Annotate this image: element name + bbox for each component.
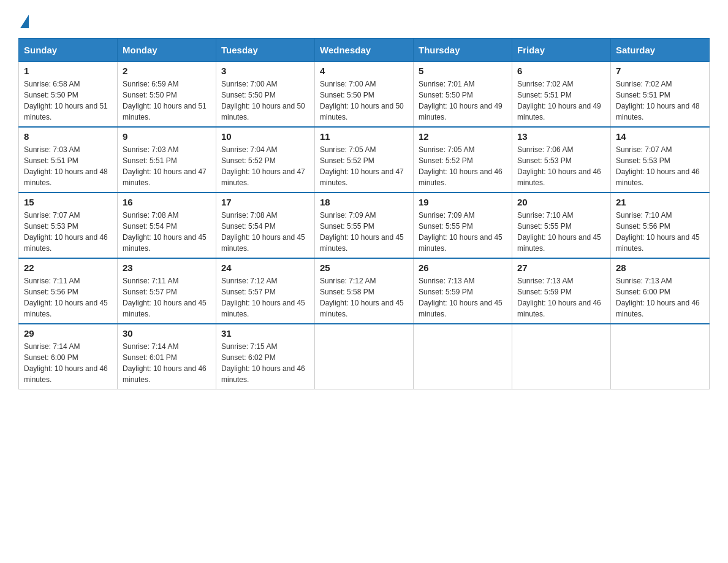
day-info: Sunrise: 7:09 AMSunset: 5:55 PMDaylight:… <box>320 210 408 254</box>
day-number: 5 <box>419 66 507 76</box>
calendar-cell: 16Sunrise: 7:08 AMSunset: 5:54 PMDayligh… <box>118 193 216 258</box>
day-number: 23 <box>123 262 211 273</box>
day-number: 28 <box>616 262 704 273</box>
day-info: Sunrise: 7:04 AMSunset: 5:52 PMDaylight:… <box>221 144 309 188</box>
day-info: Sunrise: 7:12 AMSunset: 5:57 PMDaylight:… <box>221 275 309 320</box>
weekday-header-sunday: Sunday <box>19 39 118 62</box>
day-info: Sunrise: 7:09 AMSunset: 5:55 PMDaylight:… <box>419 210 507 254</box>
calendar-cell: 2Sunrise: 6:59 AMSunset: 5:50 PMDaylight… <box>118 62 216 128</box>
day-number: 4 <box>320 66 408 76</box>
day-info: Sunrise: 7:15 AMSunset: 6:02 PMDaylight:… <box>221 341 309 385</box>
day-number: 15 <box>24 197 112 207</box>
weekday-header-thursday: Thursday <box>414 39 512 62</box>
day-number: 10 <box>221 131 309 142</box>
logo-triangle-icon <box>20 15 29 28</box>
calendar-cell: 9Sunrise: 7:03 AMSunset: 5:51 PMDaylight… <box>118 127 216 193</box>
day-info: Sunrise: 7:10 AMSunset: 5:56 PMDaylight:… <box>616 210 704 254</box>
calendar-cell: 8Sunrise: 7:03 AMSunset: 5:51 PMDaylight… <box>19 127 118 193</box>
calendar-cell: 1Sunrise: 6:58 AMSunset: 5:50 PMDaylight… <box>19 62 118 128</box>
day-number: 30 <box>123 328 211 339</box>
calendar-cell <box>315 324 414 389</box>
day-number: 12 <box>419 131 507 142</box>
day-info: Sunrise: 7:10 AMSunset: 5:55 PMDaylight:… <box>517 210 605 254</box>
day-number: 26 <box>419 262 507 273</box>
weekday-header-wednesday: Wednesday <box>315 39 414 62</box>
day-info: Sunrise: 7:13 AMSunset: 5:59 PMDaylight:… <box>419 275 507 320</box>
day-number: 27 <box>517 262 605 273</box>
day-number: 29 <box>24 328 112 339</box>
calendar-cell: 21Sunrise: 7:10 AMSunset: 5:56 PMDayligh… <box>611 193 710 258</box>
calendar-cell: 5Sunrise: 7:01 AMSunset: 5:50 PMDaylight… <box>414 62 512 128</box>
day-number: 11 <box>320 131 408 142</box>
day-info: Sunrise: 7:11 AMSunset: 5:57 PMDaylight:… <box>123 275 211 320</box>
day-info: Sunrise: 7:06 AMSunset: 5:53 PMDaylight:… <box>517 144 605 188</box>
day-info: Sunrise: 7:03 AMSunset: 5:51 PMDaylight:… <box>24 144 112 188</box>
weekday-header-monday: Monday <box>118 39 216 62</box>
page-header <box>18 12 710 26</box>
calendar-cell <box>611 324 710 389</box>
weekday-header-tuesday: Tuesday <box>216 39 315 62</box>
calendar-cell <box>414 324 512 389</box>
calendar-cell: 20Sunrise: 7:10 AMSunset: 5:55 PMDayligh… <box>512 193 611 258</box>
day-info: Sunrise: 7:05 AMSunset: 5:52 PMDaylight:… <box>419 144 507 188</box>
calendar-cell: 30Sunrise: 7:14 AMSunset: 6:01 PMDayligh… <box>118 324 216 389</box>
day-number: 9 <box>123 131 211 142</box>
day-number: 17 <box>221 197 309 207</box>
day-number: 2 <box>123 66 211 76</box>
day-info: Sunrise: 7:13 AMSunset: 6:00 PMDaylight:… <box>616 275 704 320</box>
calendar-cell: 11Sunrise: 7:05 AMSunset: 5:52 PMDayligh… <box>315 127 414 193</box>
day-info: Sunrise: 7:07 AMSunset: 5:53 PMDaylight:… <box>616 144 704 188</box>
day-info: Sunrise: 7:14 AMSunset: 6:00 PMDaylight:… <box>24 341 112 385</box>
day-info: Sunrise: 6:58 AMSunset: 5:50 PMDaylight:… <box>24 79 112 123</box>
calendar-week-row: 22Sunrise: 7:11 AMSunset: 5:56 PMDayligh… <box>19 258 710 324</box>
calendar-cell: 4Sunrise: 7:00 AMSunset: 5:50 PMDaylight… <box>315 62 414 128</box>
calendar-cell: 6Sunrise: 7:02 AMSunset: 5:51 PMDaylight… <box>512 62 611 128</box>
calendar-cell: 24Sunrise: 7:12 AMSunset: 5:57 PMDayligh… <box>216 258 315 324</box>
calendar-cell: 15Sunrise: 7:07 AMSunset: 5:53 PMDayligh… <box>19 193 118 258</box>
day-number: 19 <box>419 197 507 207</box>
day-number: 25 <box>320 262 408 273</box>
day-number: 22 <box>24 262 112 273</box>
calendar-table: SundayMondayTuesdayWednesdayThursdayFrid… <box>18 38 710 389</box>
day-info: Sunrise: 7:12 AMSunset: 5:58 PMDaylight:… <box>320 275 408 320</box>
day-number: 13 <box>517 131 605 142</box>
calendar-week-row: 8Sunrise: 7:03 AMSunset: 5:51 PMDaylight… <box>19 127 710 193</box>
day-info: Sunrise: 6:59 AMSunset: 5:50 PMDaylight:… <box>123 79 211 123</box>
calendar-cell: 25Sunrise: 7:12 AMSunset: 5:58 PMDayligh… <box>315 258 414 324</box>
weekday-header-friday: Friday <box>512 39 611 62</box>
calendar-cell: 3Sunrise: 7:00 AMSunset: 5:50 PMDaylight… <box>216 62 315 128</box>
day-info: Sunrise: 7:07 AMSunset: 5:53 PMDaylight:… <box>24 210 112 254</box>
day-info: Sunrise: 7:08 AMSunset: 5:54 PMDaylight:… <box>123 210 211 254</box>
day-info: Sunrise: 7:14 AMSunset: 6:01 PMDaylight:… <box>123 341 211 385</box>
calendar-cell <box>512 324 611 389</box>
day-number: 7 <box>616 66 704 76</box>
day-info: Sunrise: 7:00 AMSunset: 5:50 PMDaylight:… <box>221 79 309 123</box>
day-number: 24 <box>221 262 309 273</box>
day-number: 8 <box>24 131 112 142</box>
day-number: 31 <box>221 328 309 339</box>
day-info: Sunrise: 7:02 AMSunset: 5:51 PMDaylight:… <box>517 79 605 123</box>
calendar-cell: 7Sunrise: 7:02 AMSunset: 5:51 PMDaylight… <box>611 62 710 128</box>
day-info: Sunrise: 7:08 AMSunset: 5:54 PMDaylight:… <box>221 210 309 254</box>
day-number: 3 <box>221 66 309 76</box>
day-number: 20 <box>517 197 605 207</box>
day-info: Sunrise: 7:11 AMSunset: 5:56 PMDaylight:… <box>24 275 112 320</box>
calendar-week-row: 29Sunrise: 7:14 AMSunset: 6:00 PMDayligh… <box>19 324 710 389</box>
calendar-cell: 13Sunrise: 7:06 AMSunset: 5:53 PMDayligh… <box>512 127 611 193</box>
day-number: 6 <box>517 66 605 76</box>
day-info: Sunrise: 7:02 AMSunset: 5:51 PMDaylight:… <box>616 79 704 123</box>
day-number: 16 <box>123 197 211 207</box>
day-info: Sunrise: 7:13 AMSunset: 5:59 PMDaylight:… <box>517 275 605 320</box>
logo <box>18 12 29 26</box>
day-number: 18 <box>320 197 408 207</box>
calendar-cell: 29Sunrise: 7:14 AMSunset: 6:00 PMDayligh… <box>19 324 118 389</box>
day-number: 21 <box>616 197 704 207</box>
weekday-header-row: SundayMondayTuesdayWednesdayThursdayFrid… <box>19 39 710 62</box>
calendar-cell: 17Sunrise: 7:08 AMSunset: 5:54 PMDayligh… <box>216 193 315 258</box>
day-info: Sunrise: 7:01 AMSunset: 5:50 PMDaylight:… <box>419 79 507 123</box>
calendar-cell: 22Sunrise: 7:11 AMSunset: 5:56 PMDayligh… <box>19 258 118 324</box>
day-info: Sunrise: 7:03 AMSunset: 5:51 PMDaylight:… <box>123 144 211 188</box>
calendar-week-row: 1Sunrise: 6:58 AMSunset: 5:50 PMDaylight… <box>19 62 710 128</box>
calendar-week-row: 15Sunrise: 7:07 AMSunset: 5:53 PMDayligh… <box>19 193 710 258</box>
calendar-cell: 14Sunrise: 7:07 AMSunset: 5:53 PMDayligh… <box>611 127 710 193</box>
